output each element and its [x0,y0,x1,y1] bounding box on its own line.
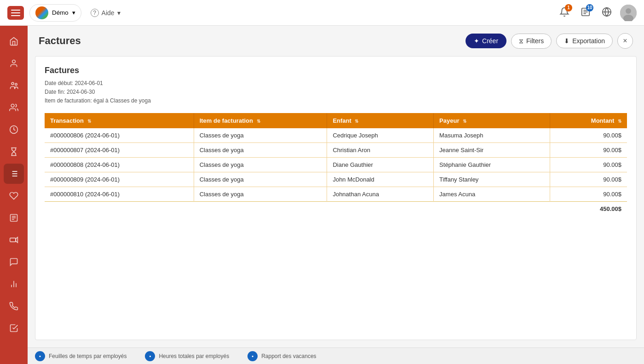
table-row[interactable]: #000000808 (2024-06-01) Classes de yoga … [45,157,627,172]
close-icon: × [623,37,627,45]
task-3-label: Rapport des vacances [261,353,316,359]
hourglass-icon [9,147,18,156]
group-icon [9,103,18,112]
cell-payeur: Tiffany Stanley [434,172,550,187]
task-1[interactable]: • Feuilles de temps par employés [35,351,126,361]
sidebar-item-family[interactable] [4,75,24,96]
cell-montant: 90.00$ [550,187,627,201]
cell-item: Classes de yoga [194,187,327,201]
help-circle-icon: ? [91,9,99,17]
sidebar-item-report[interactable] [4,208,24,228]
avatar[interactable] [620,5,637,21]
heart-icon [9,191,18,200]
sidebar-item-video[interactable] [4,230,24,250]
export-button[interactable]: ⬇ Exportation [556,34,613,48]
sidebar-item-list[interactable] [4,164,24,184]
total-spacer [45,201,550,216]
sidebar-item-person[interactable] [4,53,24,74]
svg-point-11 [15,83,17,85]
report-date-debut: Date début: 2024-06-01 [45,79,627,88]
cell-enfant: Diane Gauthier [327,157,434,172]
help-dropdown[interactable]: ? Aide ▾ [87,7,124,19]
topbar-left: Démo ▾ ? Aide ▾ [7,4,551,22]
globe-button[interactable] [599,4,615,22]
close-button[interactable]: × [617,33,633,49]
sidebar-item-message[interactable] [4,252,24,272]
logo-text: Démo [52,9,69,16]
cell-item: Classes de yoga [194,142,327,157]
table-row[interactable]: #000000810 (2024-06-01) Classes de yoga … [45,187,627,201]
task-2-dot: • [145,351,155,361]
report-panel: Factures Date début: 2024-06-01 Date fin… [35,56,637,340]
cell-item: Classes de yoga [194,157,327,172]
task-2[interactable]: • Heures totales par employés [145,351,229,361]
page-title: Factures [39,35,81,47]
notifications-button[interactable]: 1 [557,4,572,22]
cell-enfant: John McDonald [327,172,434,187]
avatar-icon [620,5,637,21]
sort-icon-transaction: ⇅ [87,119,91,124]
sidebar-item-checklist[interactable] [4,318,24,338]
cell-transaction: #000000806 (2024-06-01) [45,128,194,143]
globe-icon [602,7,612,17]
create-button[interactable]: ✦ Créer [466,34,506,48]
sidebar-item-heart[interactable] [4,186,24,206]
cell-montant: 90.00$ [550,142,627,157]
total-amount: 450.00$ [550,201,627,216]
filter-icon: ⧖ [519,37,523,45]
sidebar [0,26,28,364]
cell-payeur: James Acuna [434,187,550,201]
cell-payeur: Stéphanie Gauthier [434,157,550,172]
report-item-filter: Item de facturation: égal à Classes de y… [45,97,627,105]
sidebar-item-home[interactable] [4,31,24,51]
cell-item: Classes de yoga [194,128,327,143]
page-header: Factures ✦ Créer ⧖ Filters ⬇ Exportation… [28,26,644,56]
report-date-fin: Date fin: 2024-06-30 [45,88,627,97]
svg-point-10 [12,82,14,85]
task-1-label: Feuilles de temps par employés [49,353,126,359]
topbar-right: 1 10 [557,4,637,22]
svg-point-7 [626,8,631,14]
sidebar-item-phone[interactable] [4,296,24,316]
cell-transaction: #000000808 (2024-06-01) [45,157,194,172]
table-row[interactable]: #000000806 (2024-06-01) Classes de yoga … [45,128,627,143]
sidebar-item-chart[interactable] [4,274,24,294]
demo-dropdown[interactable]: Démo ▾ [29,4,81,22]
table-row[interactable]: #000000807 (2024-06-01) Classes de yoga … [45,142,627,157]
checklist-icon [9,324,18,333]
task-3-dot: • [247,351,258,361]
chart-icon [9,279,18,289]
filters-label: Filters [526,37,544,45]
home-icon [9,37,18,46]
col-montant[interactable]: Montant ⇅ [550,113,627,128]
sidebar-item-group[interactable] [4,97,24,118]
filters-button[interactable]: ⧖ Filters [511,34,552,49]
cell-montant: 90.00$ [550,172,627,187]
report-icon [9,213,18,222]
reports-button[interactable]: 10 [578,4,593,22]
col-item[interactable]: Item de facturation ⇅ [194,113,327,128]
col-transaction[interactable]: Transaction ⇅ [45,113,194,128]
sidebar-item-clock[interactable] [4,119,24,140]
reports-badge: 10 [586,4,593,11]
logo-chevron-icon: ▾ [72,9,75,16]
family-icon [9,81,18,90]
sidebar-item-hourglass[interactable] [4,142,24,162]
download-icon: ⬇ [564,37,569,45]
create-label: Créer [482,37,498,45]
table-row[interactable]: #000000809 (2024-06-01) Classes de yoga … [45,172,627,187]
col-payeur[interactable]: Payeur ⇅ [434,113,550,128]
hamburger-menu[interactable] [7,6,24,20]
task-1-dot: • [35,351,45,361]
svg-point-9 [12,60,16,63]
sort-icon-item: ⇅ [257,119,260,124]
sort-icon-montant: ⇅ [618,119,621,124]
col-enfant[interactable]: Enfant ⇅ [327,113,434,128]
task-3[interactable]: • Rapport des vacances [247,351,316,361]
header-actions: ✦ Créer ⧖ Filters ⬇ Exportation × [466,33,633,49]
report-title: Factures [45,66,627,75]
cell-montant: 90.00$ [550,128,627,143]
table-footer-row: 450.00$ [45,201,627,216]
plus-icon: ✦ [474,37,479,45]
message-icon [9,257,18,267]
